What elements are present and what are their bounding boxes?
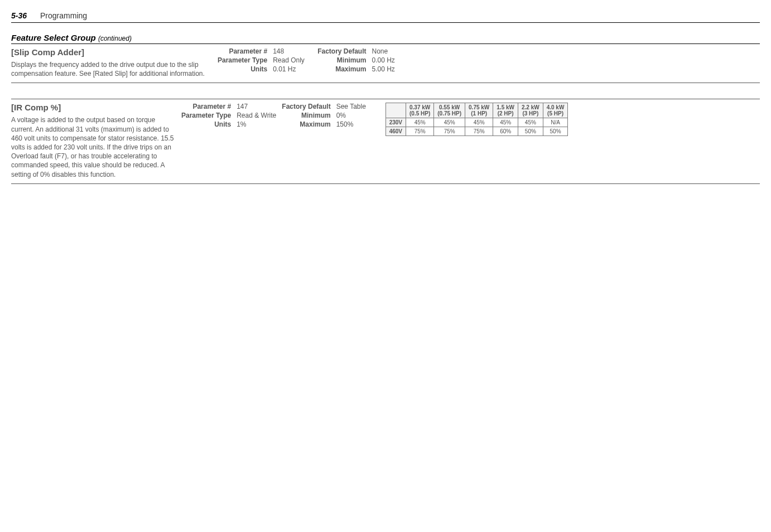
header-sub: (3 HP) — [522, 110, 539, 117]
parameter-block-slip-comp-adder: [Slip Comp Adder] Displays the frequency… — [11, 44, 760, 83]
description-column: [IR Comp %] A voltage is added to the ou… — [11, 103, 181, 178]
header-top: 0.55 kW — [439, 104, 460, 110]
table-header: 4.0 kW (5 HP) — [543, 103, 568, 118]
value-minimum: 0% — [336, 112, 375, 119]
label-parameter-number: Parameter # — [181, 103, 231, 110]
page-number: 5-36 — [11, 11, 27, 20]
value-parameter-number: 147 — [237, 103, 276, 110]
table-header: 0.55 kW (0.75 HP) — [434, 103, 465, 118]
label-maximum: Maximum — [317, 65, 366, 73]
table-cell: 45% — [434, 118, 465, 127]
parameter-meta: Parameter # 148 Factory Default None Par… — [218, 47, 411, 78]
table-row: 230V 45% 45% 45% 45% 45% N/A — [386, 118, 568, 127]
table-cell: 75% — [465, 127, 493, 136]
header-sub: (0.75 HP) — [437, 110, 461, 117]
value-maximum: 150% — [336, 120, 375, 128]
table-cell: 45% — [406, 118, 434, 127]
table-cell: 75% — [406, 127, 434, 136]
value-parameter-number: 148 — [273, 47, 312, 55]
label-parameter-type: Parameter Type — [181, 112, 231, 119]
table-header: 0.75 kW (1 HP) — [465, 103, 493, 118]
label-units: Units — [181, 120, 231, 128]
table-cell: 75% — [434, 127, 465, 136]
parameter-name: [IR Comp %] — [11, 103, 175, 112]
value-factory-default: See Table — [336, 103, 375, 110]
header-sub: (2 HP) — [497, 110, 514, 117]
table-header-blank — [386, 103, 406, 118]
table-header: 1.5 kW (2 HP) — [493, 103, 518, 118]
power-table-column: 0.37 kW (0.5 HP) 0.55 kW (0.75 HP) 0.75 … — [375, 103, 760, 178]
table-cell: 50% — [543, 127, 568, 136]
row-label: 460V — [386, 127, 406, 136]
label-units: Units — [218, 65, 267, 73]
group-title-text: Feature Select Group — [11, 33, 96, 42]
parameter-meta: Parameter # 147 Factory Default See Tabl… — [181, 103, 375, 178]
header-top: 2.2 kW — [522, 104, 539, 110]
label-minimum: Minimum — [282, 112, 330, 119]
table-cell: 45% — [465, 118, 493, 127]
parameter-name: [Slip Comp Adder] — [11, 47, 211, 57]
parameter-description: A voltage is added to the output based o… — [11, 115, 175, 178]
table-cell: N/A — [543, 118, 568, 127]
table-cell: 45% — [493, 118, 518, 127]
header-sub: (0.5 HP) — [409, 110, 430, 117]
header-top: 4.0 kW — [547, 104, 565, 110]
page-header: 5-36 Programming — [11, 11, 760, 23]
group-title: Feature Select Group (continued) — [11, 33, 760, 44]
label-factory-default: Factory Default — [317, 47, 366, 55]
table-cell: 50% — [518, 127, 543, 136]
row-label: 230V — [386, 118, 406, 127]
value-units: 0.01 Hz — [273, 65, 312, 73]
table-header: 2.2 kW (3 HP) — [518, 103, 543, 118]
table-cell: 60% — [493, 127, 518, 136]
label-maximum: Maximum — [282, 120, 330, 128]
parameter-block-ir-comp: [IR Comp %] A voltage is added to the ou… — [11, 99, 760, 183]
header-top: 1.5 kW — [497, 104, 514, 110]
value-units: 1% — [237, 120, 276, 128]
group-title-continued: (continued) — [98, 35, 132, 42]
label-factory-default: Factory Default — [282, 103, 330, 110]
page-section-title: Programming — [40, 11, 87, 20]
value-minimum: 0.00 Hz — [372, 56, 411, 64]
label-parameter-number: Parameter # — [218, 47, 267, 55]
parameter-description: Displays the frequency added to the driv… — [11, 60, 211, 78]
table-row: 460V 75% 75% 75% 60% 50% 50% — [386, 127, 568, 136]
header-sub: (5 HP) — [547, 110, 565, 117]
value-parameter-type: Read & Write — [237, 112, 276, 119]
power-rating-table: 0.37 kW (0.5 HP) 0.55 kW (0.75 HP) 0.75 … — [386, 103, 568, 136]
description-column: [Slip Comp Adder] Displays the frequency… — [11, 47, 218, 78]
table-header: 0.37 kW (0.5 HP) — [406, 103, 434, 118]
value-factory-default: None — [372, 47, 411, 55]
label-minimum: Minimum — [317, 56, 366, 64]
header-top: 0.75 kW — [469, 104, 489, 110]
header-sub: (1 HP) — [469, 110, 489, 117]
table-cell: 45% — [518, 118, 543, 127]
value-parameter-type: Read Only — [273, 56, 312, 64]
value-maximum: 5.00 Hz — [372, 65, 411, 73]
label-parameter-type: Parameter Type — [218, 56, 267, 64]
table-header-row: 0.37 kW (0.5 HP) 0.55 kW (0.75 HP) 0.75 … — [386, 103, 568, 118]
header-top: 0.37 kW — [409, 104, 430, 110]
